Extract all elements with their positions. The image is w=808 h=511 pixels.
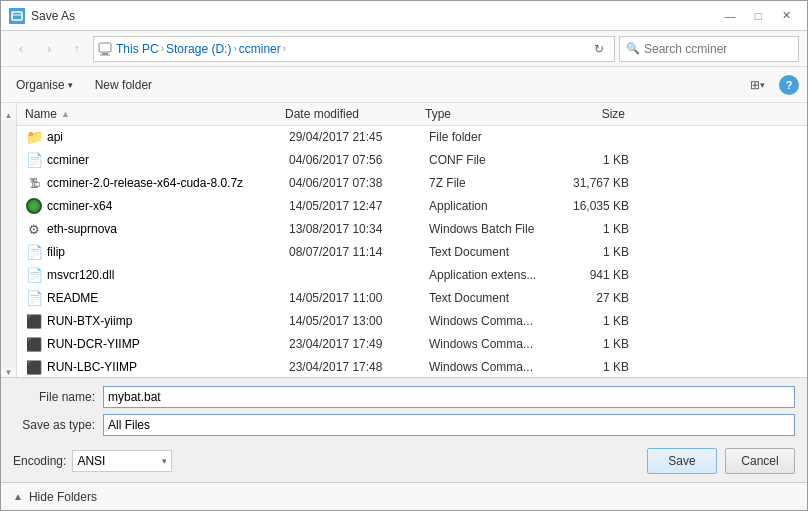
filename-row: File name: bbox=[13, 386, 795, 408]
cmd-icon: ⬛ bbox=[25, 312, 43, 330]
hide-folders-icon: ▲ bbox=[13, 491, 23, 502]
hide-folders-bar[interactable]: ▲ Hide Folders bbox=[1, 482, 807, 510]
hide-folders-label: Hide Folders bbox=[29, 490, 97, 504]
file-type: 7Z File bbox=[429, 176, 549, 190]
file-size: 941 KB bbox=[549, 268, 629, 282]
table-row[interactable]: 📄 README 14/05/2017 11:00 Text Document … bbox=[17, 287, 807, 310]
forward-button[interactable]: › bbox=[37, 37, 61, 61]
file-type: Windows Comma... bbox=[429, 337, 549, 351]
dialog-title: Save As bbox=[31, 9, 711, 23]
file-size: 1 KB bbox=[549, 337, 629, 351]
file-size: 31,767 KB bbox=[549, 176, 629, 190]
col-header-type[interactable]: Type bbox=[425, 107, 545, 121]
col-header-date[interactable]: Date modified bbox=[285, 107, 425, 121]
save-button[interactable]: Save bbox=[647, 448, 717, 474]
table-row[interactable]: 📄 ccminer 04/06/2017 07:56 CONF File 1 K… bbox=[17, 149, 807, 172]
file-date: 23/04/2017 17:49 bbox=[289, 337, 429, 351]
file-size: 1 KB bbox=[549, 314, 629, 328]
breadcrumb: This PC › Storage (D:) › ccminer › bbox=[116, 42, 286, 56]
search-input[interactable] bbox=[644, 42, 794, 56]
encoding-label: Encoding: bbox=[13, 454, 66, 468]
search-icon: 🔍 bbox=[626, 42, 640, 55]
window-controls: — □ ✕ bbox=[717, 6, 799, 26]
sidebar-scroll-up[interactable]: ▲ bbox=[2, 111, 16, 120]
file-name: ccminer bbox=[47, 153, 289, 167]
conf-icon: 📄 bbox=[25, 151, 43, 169]
save-as-dialog: Save As — □ ✕ ‹ › ↑ This PC › Storage (D… bbox=[0, 0, 808, 511]
txt-icon: 📄 bbox=[25, 243, 43, 261]
cmd-icon: ⬛ bbox=[25, 358, 43, 376]
svg-rect-0 bbox=[12, 12, 22, 20]
table-row[interactable]: ccminer-x64 14/05/2017 12:47 Application… bbox=[17, 195, 807, 218]
file-name: api bbox=[47, 130, 289, 144]
file-date: 14/05/2017 12:47 bbox=[289, 199, 429, 213]
dll-icon: 📄 bbox=[25, 266, 43, 284]
file-date: 08/07/2017 11:14 bbox=[289, 245, 429, 259]
new-folder-button[interactable]: New folder bbox=[88, 73, 159, 97]
file-list[interactable]: Name ▲ Date modified Type Size 📁 api 29/… bbox=[17, 103, 807, 377]
file-date: 13/08/2017 10:34 bbox=[289, 222, 429, 236]
file-name: eth-suprnova bbox=[47, 222, 289, 236]
table-row[interactable]: 📄 filip 08/07/2017 11:14 Text Document 1… bbox=[17, 241, 807, 264]
table-row[interactable]: ⬛ RUN-BTX-yiimp 14/05/2017 13:00 Windows… bbox=[17, 310, 807, 333]
sidebar-track bbox=[2, 120, 16, 368]
address-bar[interactable]: This PC › Storage (D:) › ccminer › ↻ bbox=[93, 36, 615, 62]
sidebar-scroll-down[interactable]: ▼ bbox=[2, 368, 16, 377]
btn-area: Save Cancel bbox=[647, 448, 795, 474]
back-button[interactable]: ‹ bbox=[9, 37, 33, 61]
refresh-button[interactable]: ↻ bbox=[588, 38, 610, 60]
file-name: RUN-BTX-yiimp bbox=[47, 314, 289, 328]
file-type: CONF File bbox=[429, 153, 549, 167]
file-date: 29/04/2017 21:45 bbox=[289, 130, 429, 144]
minimize-button[interactable]: — bbox=[717, 6, 743, 26]
file-name: RUN-DCR-YIIMP bbox=[47, 337, 289, 351]
close-button[interactable]: ✕ bbox=[773, 6, 799, 26]
file-name: README bbox=[47, 291, 289, 305]
organise-button[interactable]: Organise ▾ bbox=[9, 73, 80, 97]
file-type: Application extens... bbox=[429, 268, 549, 282]
cancel-button[interactable]: Cancel bbox=[725, 448, 795, 474]
breadcrumb-storage[interactable]: Storage (D:) bbox=[166, 42, 231, 56]
table-row[interactable]: 🗜 ccminer-2.0-release-x64-cuda-8.0.7z 04… bbox=[17, 172, 807, 195]
exe-icon bbox=[25, 197, 43, 215]
file-type: Windows Comma... bbox=[429, 360, 549, 374]
view-button[interactable]: ⊞▾ bbox=[743, 73, 771, 97]
filename-label: File name: bbox=[13, 390, 103, 404]
file-list-header: Name ▲ Date modified Type Size bbox=[17, 103, 807, 126]
svg-rect-2 bbox=[102, 53, 108, 55]
file-date: 14/05/2017 11:00 bbox=[289, 291, 429, 305]
help-button[interactable]: ? bbox=[779, 75, 799, 95]
table-row[interactable]: 📄 msvcr120.dll Application extens... 941… bbox=[17, 264, 807, 287]
file-type: Text Document bbox=[429, 291, 549, 305]
table-row[interactable]: ⬛ RUN-DCR-YIIMP 23/04/2017 17:49 Windows… bbox=[17, 333, 807, 356]
file-date: 23/04/2017 17:48 bbox=[289, 360, 429, 374]
table-row[interactable]: ⚙ eth-suprnova 13/08/2017 10:34 Windows … bbox=[17, 218, 807, 241]
filename-input[interactable] bbox=[103, 386, 795, 408]
computer-icon bbox=[98, 42, 112, 56]
search-box[interactable]: 🔍 bbox=[619, 36, 799, 62]
breadcrumb-thispc[interactable]: This PC bbox=[116, 42, 159, 56]
col-header-size[interactable]: Size bbox=[545, 107, 625, 121]
savetype-row: Save as type: bbox=[13, 414, 795, 436]
encoding-value: ANSI bbox=[77, 454, 105, 468]
sidebar: ▲ ▼ bbox=[1, 103, 17, 377]
table-row[interactable]: ⬛ RUN-LBC-YIIMP 23/04/2017 17:48 Windows… bbox=[17, 356, 807, 377]
encoding-chevron-icon: ▾ bbox=[162, 456, 167, 466]
col-header-name[interactable]: Name ▲ bbox=[25, 107, 285, 121]
breadcrumb-ccminer[interactable]: ccminer bbox=[239, 42, 281, 56]
file-name: msvcr120.dll bbox=[47, 268, 289, 282]
svg-rect-3 bbox=[100, 54, 110, 55]
file-name: filip bbox=[47, 245, 289, 259]
file-type: Windows Comma... bbox=[429, 314, 549, 328]
up-button[interactable]: ↑ bbox=[65, 37, 89, 61]
file-name: ccminer-2.0-release-x64-cuda-8.0.7z bbox=[47, 176, 289, 190]
folder-icon: 📁 bbox=[25, 128, 43, 146]
cmd-icon: ⬛ bbox=[25, 335, 43, 353]
file-type: File folder bbox=[429, 130, 549, 144]
savetype-input[interactable] bbox=[103, 414, 795, 436]
maximize-button[interactable]: □ bbox=[745, 6, 771, 26]
bottom-panel: File name: Save as type: Encoding: ANSI … bbox=[1, 377, 807, 482]
encoding-select[interactable]: ANSI ▾ bbox=[72, 450, 172, 472]
table-row[interactable]: 📁 api 29/04/2017 21:45 File folder bbox=[17, 126, 807, 149]
file-date: 04/06/2017 07:38 bbox=[289, 176, 429, 190]
